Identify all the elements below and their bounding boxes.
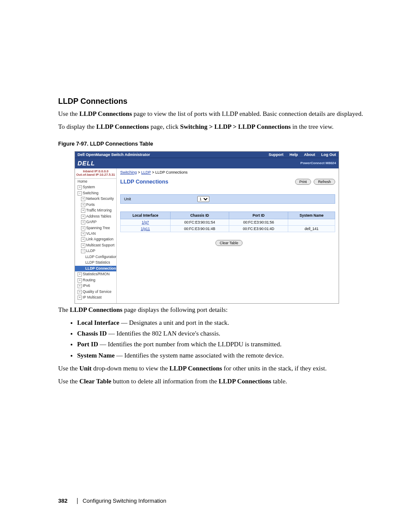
- clear-note-paragraph: Use the Clear Table button to delete all…: [58, 377, 364, 386]
- text: page, click: [149, 123, 180, 130]
- connections-table: Local Interface Chassis ID Port ID Syste…: [120, 212, 335, 232]
- app-title: Dell OpenManage Switch Administrator: [78, 152, 262, 157]
- unit-select[interactable]: 1: [197, 196, 209, 202]
- tree-node[interactable]: +Quality of Service: [75, 289, 116, 295]
- expand-icon[interactable]: +: [81, 220, 85, 224]
- expand-icon[interactable]: +: [81, 237, 85, 242]
- logo-bar: DELL PowerConnect M8024: [75, 158, 339, 168]
- expand-icon[interactable]: +: [78, 296, 82, 300]
- list-item: Port ID — Identifies the port number fro…: [77, 340, 364, 348]
- text-bold: LLDP Connections: [169, 365, 222, 372]
- tree-node[interactable]: +VLAN: [75, 231, 116, 236]
- clear-table-button[interactable]: Clear Table: [215, 240, 243, 246]
- expand-icon[interactable]: +: [81, 197, 85, 201]
- app-topbar: Dell OpenManage Switch Administrator Sup…: [75, 152, 339, 158]
- tree-node[interactable]: +System: [75, 184, 116, 190]
- tree-node[interactable]: +Spanning Tree: [75, 225, 116, 231]
- col-chassis-id: Chassis ID: [170, 212, 229, 219]
- section-heading: LLDP Connections: [58, 97, 364, 106]
- footer-divider: [77, 498, 78, 504]
- content-pane: Switching > LLDP > LLDP Connections LLDP…: [117, 168, 339, 303]
- list-item: System Name — Identifies the system name…: [77, 351, 364, 360]
- expand-icon[interactable]: +: [81, 232, 85, 236]
- unit-selector-bar: Unit 1: [120, 194, 335, 204]
- expand-icon[interactable]: +: [78, 284, 82, 288]
- expand-icon[interactable]: +: [81, 226, 85, 230]
- page-footer: 382 Configuring Switching Information: [58, 498, 364, 504]
- tree-label: IPv6: [83, 283, 90, 288]
- support-link[interactable]: Support: [268, 152, 283, 157]
- help-link[interactable]: Help: [290, 152, 298, 157]
- refresh-button[interactable]: Refresh: [314, 179, 335, 185]
- expand-icon[interactable]: +: [81, 215, 85, 219]
- tree-node[interactable]: −LLDP: [75, 248, 116, 254]
- collapse-icon[interactable]: −: [81, 249, 85, 253]
- tree-node[interactable]: Home: [75, 179, 116, 184]
- about-link[interactable]: About: [304, 152, 315, 157]
- tree-label: Multicast Support: [86, 243, 115, 247]
- list-item: Chassis ID — Identifies the 802 LAN devi…: [77, 329, 364, 338]
- screenshot-figure: Dell OpenManage Switch Administrator Sup…: [75, 151, 339, 304]
- expand-icon[interactable]: +: [81, 243, 85, 248]
- tree-label: Link Aggregation: [86, 237, 113, 241]
- definition: — Identifies the 802 LAN device's chassi…: [107, 330, 220, 337]
- text: table.: [271, 378, 287, 385]
- tree-node[interactable]: +Ports: [75, 202, 116, 208]
- tree-label: Network Security: [86, 196, 114, 201]
- after-figure-paragraph: The LLDP Connections page displays the f…: [58, 305, 364, 314]
- footer-section-title: Configuring Switching Information: [83, 498, 166, 504]
- cell-port: 00:FC:E3:90:01:56: [229, 219, 288, 225]
- tree-node[interactable]: +Statistics/RMON: [75, 271, 116, 277]
- local-interface-link[interactable]: 1/g7: [142, 220, 149, 224]
- text: page displays the following port details…: [122, 306, 227, 313]
- tree-node[interactable]: LLDP Statistics: [75, 260, 116, 265]
- text-bold: Clear Table: [79, 378, 111, 385]
- text: drop-down menu to view the: [92, 365, 170, 372]
- tree-node[interactable]: +Link Aggregation: [75, 236, 116, 242]
- intro-paragraph: Use the LLDP Connections page to view th…: [58, 109, 364, 118]
- cell-chassis: 00:FC:E3:90:01:54: [170, 219, 229, 225]
- local-interface-link[interactable]: 1/g11: [141, 227, 150, 231]
- logout-link[interactable]: Log Out: [321, 152, 336, 157]
- tree-node[interactable]: +IP Multicast: [75, 295, 116, 300]
- nav-tree: Inband IP:0.0.0.0 Out-of-band IP:10.27.5…: [75, 168, 117, 303]
- tree-label: Switching: [83, 191, 98, 195]
- tree-label: Routing: [83, 278, 95, 282]
- expand-icon[interactable]: +: [81, 208, 85, 213]
- tree-node[interactable]: +Multicast Support: [75, 243, 116, 248]
- unit-note-paragraph: Use the Unit drop-down menu to view the …: [58, 364, 364, 373]
- text-bold: LLDP Connections: [97, 123, 149, 130]
- print-button[interactable]: Print: [295, 179, 311, 185]
- expand-icon[interactable]: +: [78, 278, 82, 283]
- table-header-row: Local Interface Chassis ID Port ID Syste…: [121, 212, 335, 219]
- expand-icon[interactable]: +: [78, 272, 82, 277]
- term: System Name: [77, 352, 115, 359]
- expand-icon[interactable]: +: [81, 203, 85, 207]
- tree-node[interactable]: −Switching: [75, 190, 116, 196]
- tree-node[interactable]: +Network Security: [75, 196, 116, 202]
- tree-label: GARP: [86, 220, 97, 224]
- tree-label: Home: [78, 179, 87, 184]
- tree-node[interactable]: LLDP Configuration: [75, 254, 116, 260]
- tree-node[interactable]: +Traffic Mirroring: [75, 208, 116, 213]
- tree-node[interactable]: +Routing: [75, 277, 116, 283]
- tree-node[interactable]: +IPv6: [75, 283, 116, 289]
- tree-node[interactable]: +Address Tables: [75, 214, 116, 219]
- tree-node[interactable]: LLDP Connections: [75, 266, 116, 271]
- tree-label: Address Tables: [86, 214, 111, 218]
- col-port-id: Port ID: [229, 212, 288, 219]
- breadcrumb-lldp[interactable]: LLDP: [141, 170, 151, 174]
- model-label: PowerConnect M8024: [300, 161, 336, 165]
- collapse-icon[interactable]: −: [78, 191, 82, 196]
- text-bold: Switching > LLDP > LLDP Connections: [180, 123, 291, 130]
- definition: — Designates a unit and port in the stac…: [119, 319, 229, 326]
- tree-label: VLAN: [86, 231, 96, 236]
- breadcrumb-switching[interactable]: Switching: [120, 170, 137, 174]
- tree-node[interactable]: +GARP: [75, 219, 116, 225]
- cell-system: [288, 219, 335, 225]
- tree-label: Traffic Mirroring: [86, 208, 112, 212]
- expand-icon[interactable]: +: [78, 290, 82, 294]
- outband-ip: Out-of-band IP:10.27.5.31: [75, 173, 116, 177]
- expand-icon[interactable]: +: [78, 185, 82, 190]
- page-number: 382: [58, 498, 68, 504]
